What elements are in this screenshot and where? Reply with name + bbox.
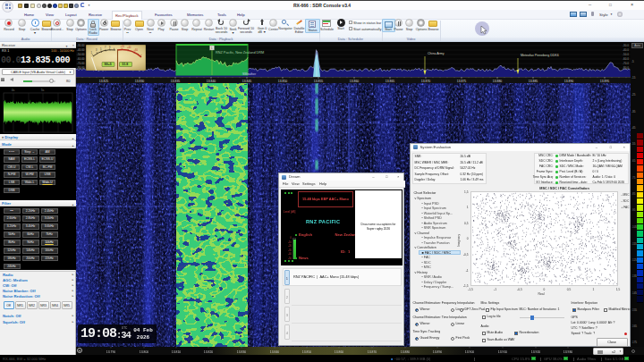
- svg-text:-40.0: -40.0: [623, 48, 629, 52]
- svg-text:13.800: 13.800: [140, 350, 148, 354]
- svg-text:-30.00: -30.00: [77, 44, 85, 47]
- svg-text:13.910: 13.910: [498, 350, 507, 354]
- svg-text:-30.0: -30.0: [623, 44, 629, 47]
- svg-text:China Army: China Army: [428, 52, 445, 55]
- svg-text:13.810: 13.810: [172, 350, 181, 354]
- svg-text:13.920: 13.920: [531, 350, 540, 354]
- svg-text:1: 1: [211, 46, 213, 50]
- svg-text:RNZ Pacific, New Zealand DRM: RNZ Pacific, New Zealand DRM: [216, 51, 264, 55]
- svg-text:SWeather: SWeather: [242, 72, 257, 76]
- svg-text:13.890: 13.890: [433, 350, 442, 354]
- svg-text:13.900: 13.900: [465, 350, 474, 354]
- svg-text:+40: +40: [127, 46, 131, 49]
- svg-text:-60.0: -60.0: [623, 57, 629, 61]
- svg-text:13.820: 13.820: [204, 350, 213, 354]
- svg-text:13.850: 13.850: [302, 350, 311, 354]
- svg-text:-50.00: -50.00: [77, 53, 85, 56]
- svg-text:51.8: 51.8: [123, 63, 129, 66]
- svg-text:13.870: 13.870: [368, 350, 377, 354]
- svg-text:13.860: 13.860: [335, 350, 343, 354]
- svg-text:13.830: 13.830: [237, 350, 246, 354]
- svg-text:-40.00: -40.00: [77, 48, 85, 52]
- svg-text:S9+5: S9+5: [105, 63, 112, 66]
- svg-text:13.790: 13.790: [106, 350, 115, 354]
- svg-text:-60.00: -60.00: [77, 57, 85, 61]
- svg-text:-70.0: -70.0: [623, 62, 629, 65]
- svg-text:+60: +60: [134, 47, 139, 51]
- svg-text:+20: +20: [121, 45, 125, 48]
- svg-text:5s: 5s: [41, 88, 45, 92]
- svg-text:13.840: 13.840: [270, 350, 279, 354]
- svg-text:Meteofax Pinneberg DDK6: Meteofax Pinneberg DDK6: [521, 54, 559, 57]
- svg-text:13.930: 13.930: [564, 350, 572, 354]
- svg-text:-50.0: -50.0: [623, 53, 629, 56]
- svg-text:0s: 0s: [12, 88, 15, 92]
- svg-text:13.880: 13.880: [401, 350, 410, 354]
- svg-text:-70.00: -70.00: [77, 62, 85, 65]
